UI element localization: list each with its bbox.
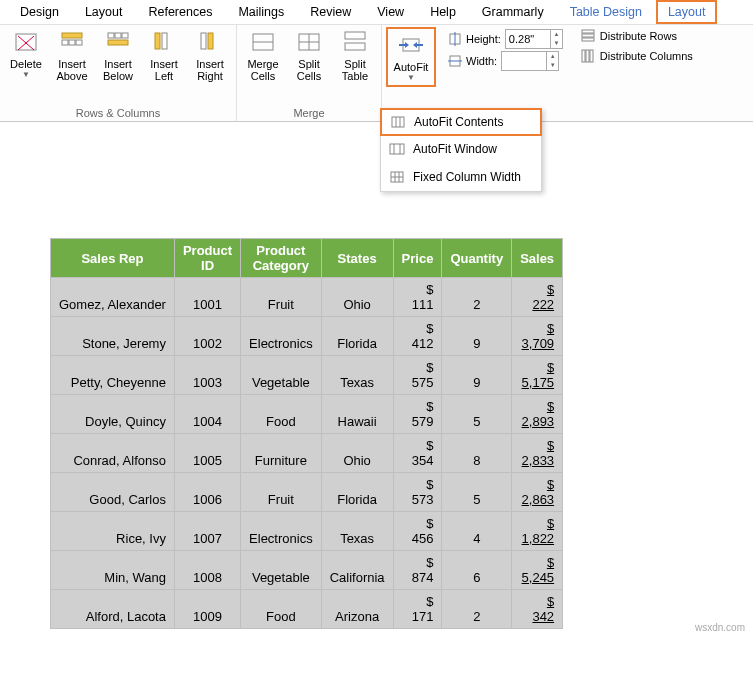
split-table-icon: [342, 29, 368, 55]
insert-below-button[interactable]: Insert Below: [96, 27, 140, 84]
table-row[interactable]: $$: [51, 512, 563, 532]
table-row[interactable]: Stone, Jeremy1002ElectronicsFlorida41293…: [51, 336, 563, 356]
autofit-contents-icon: [390, 114, 406, 130]
svg-rect-31: [582, 30, 594, 33]
split-cells-button[interactable]: Split Cells: [287, 27, 331, 84]
split-table-label: Split Table: [333, 58, 377, 82]
table-row[interactable]: $$: [51, 278, 563, 298]
table-row[interactable]: Rice, Ivy1007ElectronicsTexas45641,822: [51, 531, 563, 551]
svg-rect-3: [62, 40, 68, 45]
insert-above-button[interactable]: Insert Above: [50, 27, 94, 84]
merge-cells-icon: [250, 29, 276, 55]
svg-marker-25: [405, 42, 409, 48]
table-row[interactable]: $$: [51, 356, 563, 376]
table-row[interactable]: $$: [51, 473, 563, 493]
insert-left-button[interactable]: Insert Left: [142, 27, 186, 84]
svg-rect-9: [122, 33, 128, 38]
fixed-width-icon: [389, 169, 405, 185]
autofit-highlight: AutoFit ▼: [386, 27, 436, 87]
distribute-cols-label: Distribute Columns: [600, 50, 693, 62]
delete-button[interactable]: Delete ▼: [4, 27, 48, 81]
tab-view[interactable]: View: [365, 0, 416, 24]
autofit-window-icon: [389, 141, 405, 157]
autofit-contents-label: AutoFit Contents: [414, 115, 503, 129]
svg-rect-14: [208, 33, 213, 49]
table-row[interactable]: $$: [51, 590, 563, 610]
tab-grammarly[interactable]: Grammarly: [470, 0, 556, 24]
distribute-cols-button[interactable]: Distribute Columns: [577, 47, 697, 65]
table-row[interactable]: Doyle, Quincy1004FoodHawaii57952,893: [51, 414, 563, 434]
height-input[interactable]: 0.28"▲▼: [505, 29, 563, 49]
svg-rect-20: [345, 32, 365, 39]
svg-rect-40: [390, 144, 404, 154]
svg-rect-5: [76, 40, 82, 45]
autofit-icon: [398, 32, 424, 58]
svg-rect-12: [155, 33, 160, 49]
delete-label: Delete: [10, 58, 42, 70]
ribbon: Delete ▼ Insert Above Insert Below Inser…: [0, 24, 753, 122]
svg-rect-11: [162, 33, 167, 49]
insert-right-button[interactable]: Insert Right: [188, 27, 232, 84]
insert-right-label: Insert Right: [188, 58, 232, 82]
table-row[interactable]: $$: [51, 395, 563, 415]
tab-design[interactable]: Design: [8, 0, 71, 24]
split-cells-icon: [296, 29, 322, 55]
merge-cells-label: Merge Cells: [241, 58, 285, 82]
svg-rect-35: [586, 50, 589, 62]
data-table[interactable]: Sales Rep ProductID ProductCategory Stat…: [50, 238, 563, 629]
group-rows-cols-label: Rows & Columns: [4, 105, 232, 121]
tab-mailings[interactable]: Mailings: [226, 0, 296, 24]
table-row[interactable]: Petty, Cheyenne1003VegetableTexas57595,1…: [51, 375, 563, 395]
insert-below-label: Insert Below: [96, 58, 140, 82]
split-table-button[interactable]: Split Table: [333, 27, 377, 84]
table-row[interactable]: $$: [51, 317, 563, 337]
insert-left-icon: [151, 29, 177, 55]
width-input[interactable]: ▲▼: [501, 51, 559, 71]
svg-rect-4: [69, 40, 75, 45]
tab-table-design[interactable]: Table Design: [558, 0, 654, 24]
th-price[interactable]: Price: [393, 239, 442, 278]
tab-layout[interactable]: Layout: [73, 0, 135, 24]
merge-cells-button[interactable]: Merge Cells: [241, 27, 285, 84]
distribute-cols-icon: [581, 49, 595, 63]
svg-rect-36: [590, 50, 593, 62]
autofit-dropdown: AutoFit Contents AutoFit Window Fixed Co…: [380, 108, 542, 192]
group-merge: Merge Cells Split Cells Split Table Merg…: [237, 25, 382, 121]
tab-table-layout[interactable]: Layout: [656, 0, 718, 24]
distribute-rows-button[interactable]: Distribute Rows: [577, 27, 697, 45]
table-row[interactable]: $$: [51, 551, 563, 571]
insert-left-label: Insert Left: [142, 58, 186, 82]
autofit-window-item[interactable]: AutoFit Window: [381, 135, 541, 163]
autofit-label: AutoFit: [394, 61, 429, 73]
delete-icon: [13, 29, 39, 55]
th-sales[interactable]: Sales: [512, 239, 563, 278]
tab-references[interactable]: References: [136, 0, 224, 24]
tab-help[interactable]: Help: [418, 0, 468, 24]
tab-review[interactable]: Review: [298, 0, 363, 24]
th-sales-rep[interactable]: Sales Rep: [51, 239, 175, 278]
insert-right-icon: [197, 29, 223, 55]
autofit-contents-item[interactable]: AutoFit Contents: [380, 108, 542, 136]
th-states[interactable]: States: [321, 239, 393, 278]
th-product-id[interactable]: ProductID: [174, 239, 240, 278]
table-row[interactable]: Min, Wang1008VegetableCalifornia87465,24…: [51, 570, 563, 590]
table-row[interactable]: $$: [51, 434, 563, 454]
table-row[interactable]: Alford, Lacota1009FoodArizona1712342: [51, 609, 563, 629]
autofit-window-label: AutoFit Window: [413, 142, 497, 156]
svg-rect-32: [582, 34, 594, 37]
svg-rect-21: [345, 43, 365, 50]
th-category[interactable]: ProductCategory: [241, 239, 322, 278]
table-row[interactable]: Conrad, Alfonso1005FurnitureOhio35482,83…: [51, 453, 563, 473]
cell-size-controls: Height: 0.28"▲▼ Width: ▲▼: [444, 27, 567, 73]
svg-rect-34: [582, 50, 585, 62]
group-merge-label: Merge: [241, 105, 377, 121]
th-qty[interactable]: Quantity: [442, 239, 512, 278]
fixed-width-item[interactable]: Fixed Column Width: [381, 163, 541, 191]
height-label: Height:: [466, 33, 501, 45]
distribute-rows-icon: [581, 29, 595, 43]
svg-rect-7: [108, 33, 114, 38]
table-row[interactable]: Gomez, Alexander1001FruitOhio1112222: [51, 297, 563, 317]
autofit-button[interactable]: AutoFit ▼: [389, 30, 433, 84]
table-row[interactable]: Good, Carlos1006FruitFlorida57352,863: [51, 492, 563, 512]
svg-rect-33: [582, 38, 594, 41]
